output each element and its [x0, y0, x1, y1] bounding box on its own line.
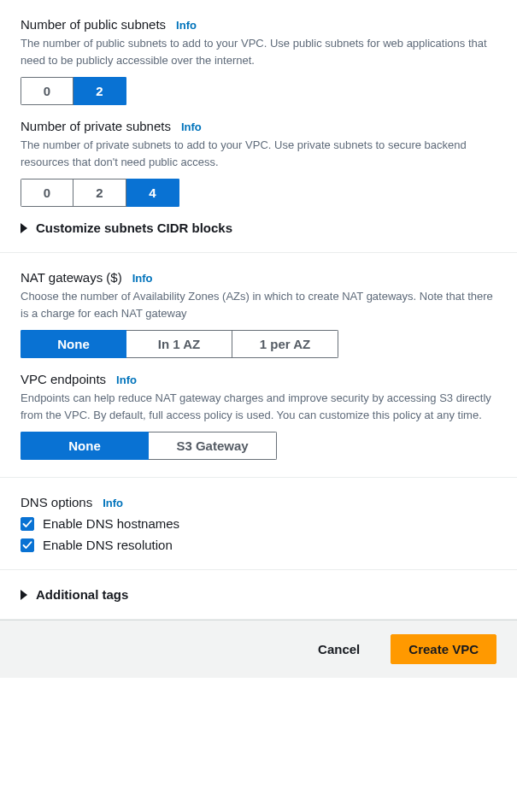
customize-cidr-label: Customize subnets CIDR blocks	[36, 221, 232, 235]
private-subnets-option-2[interactable]: 2	[73, 179, 126, 207]
nat-endpoints-section: NAT gateways ($) Info Choose the number …	[0, 253, 517, 478]
public-subnets-field: Number of public subnets Info The number…	[21, 17, 496, 105]
vpc-endpoints-info-link[interactable]: Info	[116, 374, 137, 386]
additional-tags-section: Additional tags	[0, 570, 517, 620]
dns-resolution-label: Enable DNS resolution	[43, 538, 173, 552]
nat-option-1az[interactable]: In 1 AZ	[126, 330, 232, 358]
customize-cidr-expander[interactable]: Customize subnets CIDR blocks	[21, 221, 496, 235]
endpoint-option-none[interactable]: None	[21, 432, 149, 460]
vpc-endpoints-segmented: None S3 Gateway	[21, 432, 277, 460]
dns-options-section: DNS options Info Enable DNS hostnames En…	[0, 478, 517, 570]
dns-options-info-link[interactable]: Info	[103, 497, 123, 509]
private-subnets-option-0[interactable]: 0	[21, 179, 73, 207]
footer-actions: Cancel Create VPC	[0, 620, 517, 678]
dns-options-label: DNS options	[21, 495, 92, 509]
private-subnets-description: The number of private subnets to add to …	[21, 137, 496, 170]
checkbox-checked-icon	[21, 517, 34, 531]
additional-tags-label: Additional tags	[36, 587, 128, 602]
endpoint-option-s3[interactable]: S3 Gateway	[149, 432, 277, 460]
public-subnets-option-0[interactable]: 0	[21, 77, 73, 105]
caret-right-icon	[21, 223, 27, 233]
private-subnets-field: Number of private subnets Info The numbe…	[21, 119, 496, 207]
private-subnets-label: Number of private subnets	[21, 119, 171, 133]
public-subnets-option-2[interactable]: 2	[73, 77, 126, 105]
public-subnets-label: Number of public subnets	[21, 17, 166, 32]
private-subnets-segmented: 0 2 4	[21, 179, 179, 207]
nat-gateways-segmented: None In 1 AZ 1 per AZ	[21, 330, 338, 358]
dns-resolution-checkbox-row[interactable]: Enable DNS resolution	[21, 538, 496, 552]
public-subnets-segmented: 0 2	[21, 77, 126, 105]
nat-gateways-label: NAT gateways ($)	[21, 270, 122, 285]
nat-gateways-field: NAT gateways ($) Info Choose the number …	[21, 270, 496, 358]
private-subnets-option-4[interactable]: 4	[126, 179, 179, 207]
private-subnets-info-link[interactable]: Info	[181, 121, 202, 133]
vpc-endpoints-description: Endpoints can help reduce NAT gateway ch…	[21, 390, 496, 423]
caret-right-icon	[21, 590, 27, 600]
cancel-button[interactable]: Cancel	[301, 635, 377, 663]
public-subnets-description: The number of public subnets to add to y…	[21, 35, 496, 68]
additional-tags-expander[interactable]: Additional tags	[21, 587, 496, 602]
public-subnets-info-link[interactable]: Info	[176, 19, 197, 32]
nat-gateways-info-link[interactable]: Info	[132, 272, 153, 285]
nat-option-none[interactable]: None	[21, 330, 126, 358]
create-vpc-button[interactable]: Create VPC	[391, 634, 496, 664]
dns-hostnames-checkbox-row[interactable]: Enable DNS hostnames	[21, 516, 496, 531]
dns-hostnames-label: Enable DNS hostnames	[43, 516, 179, 531]
nat-option-peraz[interactable]: 1 per AZ	[232, 330, 338, 358]
subnets-section: Number of public subnets Info The number…	[0, 0, 517, 253]
nat-gateways-description: Choose the number of Availability Zones …	[21, 288, 496, 321]
checkbox-checked-icon	[21, 538, 34, 552]
vpc-endpoints-label: VPC endpoints	[21, 372, 106, 386]
vpc-endpoints-field: VPC endpoints Info Endpoints can help re…	[21, 372, 496, 460]
